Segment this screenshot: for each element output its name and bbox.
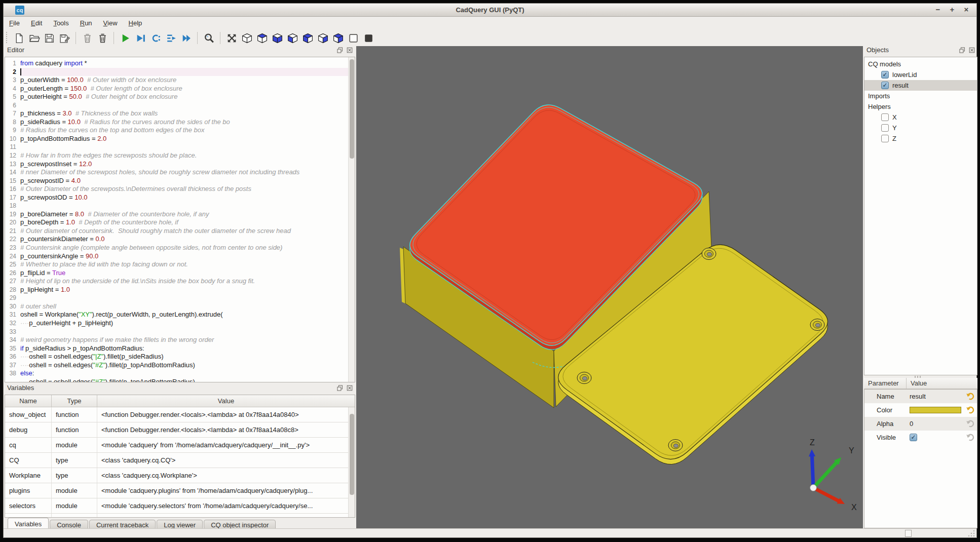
tree-group-imports[interactable]: Imports: [864, 91, 977, 101]
variable-row[interactable]: Planetype<class 'cadquery.occ_impl.geom.…: [5, 514, 348, 517]
view-back-button[interactable]: [330, 30, 346, 46]
variable-row[interactable]: debugfunction<function Debugger.render.<…: [5, 422, 348, 438]
variable-type: type: [52, 468, 97, 483]
view-front-button[interactable]: [285, 30, 300, 46]
menu-tools[interactable]: Tools: [48, 18, 74, 28]
variable-row[interactable]: cqmodule<module 'cadquery' from '/home/a…: [5, 438, 348, 453]
variables-panel: Variables NameTypeValue show_objectfunct…: [5, 384, 355, 518]
variable-row[interactable]: Workplanetype<class 'cadquery.cq.Workpla…: [5, 468, 348, 483]
variables-col-value[interactable]: Value: [97, 395, 355, 407]
variable-row[interactable]: show_objectfunction<function Debugger.re…: [5, 407, 348, 422]
code-line: 13p_screwpostInset = 12.0: [5, 160, 348, 169]
variables-scrollbar[interactable]: [348, 407, 355, 517]
tree-group-cq-models[interactable]: CQ models: [864, 59, 977, 69]
save-file-button[interactable]: [42, 30, 57, 46]
debug-script-icon: [135, 32, 146, 44]
undo-button[interactable]: [965, 432, 975, 442]
tree-group-helpers[interactable]: Helpers: [864, 101, 977, 112]
checkbox-result[interactable]: ✓: [881, 82, 889, 89]
value-col-header: Value: [907, 378, 977, 389]
new-file-button[interactable]: [11, 30, 26, 46]
variables-header: NameTypeValue: [5, 395, 355, 407]
code-line: 27# Height of lip on the underside of th…: [5, 277, 348, 286]
variable-row[interactable]: CQtype<class 'cadquery.cq.CQ'>: [5, 453, 348, 468]
menu-file[interactable]: File: [4, 18, 25, 28]
view-right-button[interactable]: [315, 30, 330, 46]
code-line: 25# Whether to place the lid with the to…: [5, 260, 348, 269]
tree-item-z[interactable]: Z: [864, 133, 977, 144]
toolbar-separator: [114, 32, 114, 44]
code-line: 35if p_sideRadius > p_topAndBottomRadius…: [5, 344, 348, 353]
view-left-button[interactable]: [300, 30, 315, 46]
variables-col-name[interactable]: Name: [5, 395, 52, 407]
undo-button[interactable]: [965, 391, 975, 401]
code-line: 16# Outer Diameter of the screwposts.\nD…: [5, 185, 348, 193]
variable-type: type: [52, 514, 97, 517]
step-over-button[interactable]: [163, 30, 178, 46]
variable-row[interactable]: pluginsmodule<module 'cadquery.plugins' …: [5, 483, 348, 498]
panel-float-button[interactable]: [336, 384, 344, 393]
editor-panel: Editor 1from cadquery import *23p_outerW…: [5, 46, 355, 382]
minimize-button[interactable]: −: [934, 5, 942, 14]
shaded-mode-button[interactable]: [361, 30, 376, 46]
code-line: 10p_topAndBottomRadius = 2.0: [5, 135, 348, 143]
fit-view-button[interactable]: [224, 30, 239, 46]
editor-scrollbar[interactable]: [348, 57, 355, 382]
code-line: 37····oshell = oshell.edges("#Z").fillet…: [5, 361, 348, 370]
save-as-button[interactable]: [57, 30, 72, 46]
maximize-button[interactable]: +: [948, 5, 956, 14]
titlebar[interactable]: cq CadQuery GUI (PyQT) −+×: [4, 4, 976, 17]
view-top-button[interactable]: [254, 30, 270, 46]
tree-item-y[interactable]: Y: [864, 123, 977, 133]
panel-close-button[interactable]: [346, 384, 353, 393]
delete-selected-button[interactable]: [95, 30, 110, 46]
variable-value: <class 'cadquery.occ_impl.geom.Plane'>: [97, 514, 348, 517]
window-controls: −+×: [934, 5, 970, 14]
zoom-button[interactable]: [201, 30, 216, 46]
panel-close-button[interactable]: [968, 47, 975, 55]
view-bottom-button[interactable]: [270, 30, 285, 46]
view-iso-button[interactable]: [239, 30, 254, 46]
checkbox-x[interactable]: [881, 113, 889, 121]
open-file-button[interactable]: [26, 30, 42, 46]
toolbar-drag-handle[interactable]: [6, 32, 8, 44]
panel-close-button[interactable]: [346, 47, 353, 55]
wireframe-mode-button[interactable]: [346, 30, 361, 46]
tree-item-lowerlid[interactable]: ✓lowerLid: [864, 69, 977, 80]
variables-body: NameTypeValue show_objectfunction<functi…: [5, 395, 355, 518]
variable-row[interactable]: selectorsmodule<module 'cadquery.selecto…: [5, 498, 348, 514]
code-editor[interactable]: 1from cadquery import *23p_outerWidth = …: [5, 57, 348, 382]
resize-grip[interactable]: [967, 529, 975, 536]
tree-item-label: lowerLid: [892, 71, 917, 79]
color-swatch[interactable]: [910, 407, 961, 413]
menu-run[interactable]: Run: [74, 18, 98, 28]
restart-debug-button[interactable]: [148, 30, 163, 46]
tree-item-label: Y: [892, 124, 897, 132]
menubar: FileEditToolsRunViewHelp: [4, 17, 976, 29]
undo-button[interactable]: [965, 405, 975, 415]
menu-view[interactable]: View: [98, 18, 123, 28]
panel-float-button[interactable]: [959, 47, 966, 55]
visible-checkbox[interactable]: ✓: [910, 434, 917, 441]
checkbox-lowerlid[interactable]: ✓: [881, 71, 889, 79]
debug-script-button[interactable]: [133, 30, 148, 46]
delete-all-button[interactable]: [80, 30, 95, 46]
tree-item-x[interactable]: X: [864, 112, 977, 123]
checkbox-z[interactable]: [881, 135, 889, 142]
menu-edit[interactable]: Edit: [25, 18, 48, 28]
undo-button[interactable]: [965, 418, 975, 429]
fit-view-icon: [226, 32, 238, 44]
continue-exec-button[interactable]: [178, 30, 194, 46]
variable-name: selectors: [5, 498, 52, 513]
view-back-icon: [332, 32, 344, 44]
tree-item-result[interactable]: ✓result: [864, 80, 977, 91]
viewport-3d[interactable]: ZYX: [356, 46, 863, 529]
close-button[interactable]: ×: [962, 5, 970, 14]
panel-float-button[interactable]: [336, 47, 344, 55]
variables-col-type[interactable]: Type: [52, 395, 97, 407]
code-line: 17p_screwpostOD = 10.0: [5, 193, 348, 202]
checkbox-y[interactable]: [881, 124, 889, 132]
code-line: 32····p_outerHeight + p_lipHeight): [5, 319, 348, 328]
menu-help[interactable]: Help: [123, 18, 148, 28]
run-script-button[interactable]: [118, 30, 133, 46]
